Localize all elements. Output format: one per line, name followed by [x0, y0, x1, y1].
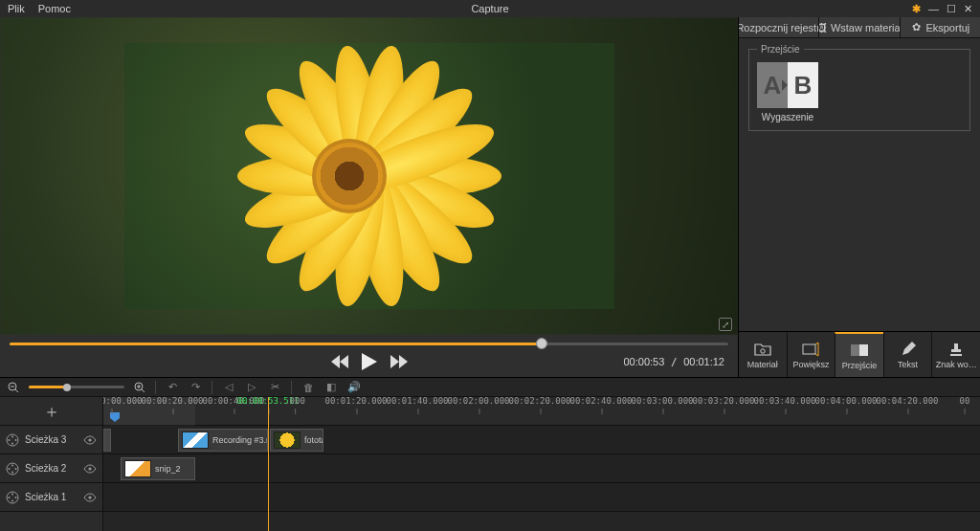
zoom-in-button[interactable]	[134, 382, 145, 393]
svg-point-0	[761, 348, 765, 352]
tool-tabs: Materiał Powiększ Przejście	[739, 331, 980, 377]
track-head-1[interactable]: Ścieżka 1	[0, 483, 102, 512]
window-title: Capture	[471, 3, 508, 14]
visibility-toggle[interactable]	[83, 462, 97, 476]
export-icon: ✿	[910, 22, 922, 33]
track-head-2[interactable]: Ścieżka 2	[0, 454, 102, 483]
playbar: 00:00:53 / 00:01:12	[0, 335, 738, 377]
settings-icon[interactable]: ✱	[912, 3, 921, 15]
svg-rect-1	[803, 344, 815, 354]
close-icon[interactable]: ✕	[964, 3, 972, 15]
svg-rect-3	[859, 344, 868, 356]
delete-button[interactable]: 🗑	[301, 382, 315, 393]
selection-band	[103, 397, 195, 426]
svg-point-13	[15, 439, 17, 441]
clip-thumb	[124, 460, 151, 477]
reel-icon	[6, 491, 19, 504]
track-row-3[interactable]: Recording #3.r fototap	[103, 426, 980, 454]
zoom-out-button[interactable]	[8, 382, 19, 393]
clip-fototap[interactable]: fototap	[270, 429, 323, 452]
tab-zoom[interactable]: Powiększ	[787, 332, 835, 377]
transitions-panel: Przejście A B Wygaszenie	[748, 44, 970, 131]
track-row-1[interactable]	[103, 483, 980, 512]
track-row-2[interactable]: snip_2	[103, 454, 980, 483]
svg-point-15	[9, 439, 11, 441]
time-display: 00:00:53 / 00:01:12	[623, 357, 724, 367]
svg-point-22	[88, 467, 91, 470]
cut-button[interactable]: ✂	[268, 381, 281, 393]
transition-thumb: A B	[757, 62, 818, 108]
clip-thumb	[274, 431, 301, 449]
tab-transition[interactable]: Przejście	[835, 332, 883, 377]
transition-icon	[851, 342, 868, 359]
svg-rect-2	[851, 344, 859, 356]
transition-label: Wygaszenie	[757, 112, 818, 122]
svg-line-6	[15, 389, 18, 392]
preview-viewport	[0, 17, 738, 335]
flower-center	[312, 139, 387, 213]
clip-recording[interactable]: Recording #3.r	[178, 429, 268, 452]
add-track-button[interactable]: ＋	[0, 397, 102, 426]
mark-out-button[interactable]: ▷	[245, 381, 258, 393]
ruler-tick: 00:02:00.000	[447, 397, 509, 406]
step-back-button[interactable]	[331, 355, 348, 368]
svg-point-27	[9, 497, 11, 498]
transition-item[interactable]: A B Wygaszenie	[757, 62, 818, 122]
preview-column: 00:00:53 / 00:01:12	[0, 17, 739, 377]
svg-point-21	[9, 468, 11, 470]
zoom-icon	[802, 341, 819, 358]
folder-camera-icon	[754, 341, 771, 358]
tab-text[interactable]: Tekst	[883, 332, 932, 377]
visibility-toggle[interactable]	[83, 433, 97, 447]
ruler-tick: 00:03:00.000	[631, 397, 693, 406]
svg-point-16	[88, 438, 91, 441]
visibility-toggle[interactable]	[83, 491, 97, 504]
fullscreen-icon[interactable]	[719, 318, 732, 331]
ruler-tick: 00:02:40.000	[569, 397, 632, 406]
menu-help[interactable]: Pomoc	[38, 3, 71, 14]
minimize-icon[interactable]: —	[928, 3, 939, 14]
timeline: ↶ ↷ ◁ ▷ ✂ 🗑 ◧ 🔊 ＋ Ścieżka 3	[0, 377, 980, 531]
svg-line-10	[142, 389, 145, 392]
reel-icon	[6, 462, 19, 476]
seek-bar[interactable]	[10, 339, 728, 348]
ruler-tick: .000	[284, 397, 305, 406]
ruler-tick: 00:03:40.000	[753, 397, 815, 406]
play-button[interactable]	[362, 353, 377, 370]
stamp-icon	[947, 341, 965, 358]
step-forward-button[interactable]	[390, 355, 408, 368]
maximize-icon[interactable]: ☐	[947, 3, 956, 15]
ruler-tick: 00:04:00.000	[814, 397, 877, 406]
svg-point-12	[11, 435, 13, 437]
mark-in-button[interactable]: ◁	[222, 381, 235, 393]
ruler-tick: 00	[960, 397, 970, 406]
svg-point-14	[11, 442, 13, 444]
side-panel: 🎥 Rozpocznij rejestro… 🖼 Wstaw materiał …	[739, 17, 980, 377]
menu-file[interactable]: Plik	[8, 3, 25, 14]
transitions-legend: Przejście	[757, 44, 804, 55]
pencil-icon	[900, 341, 917, 358]
clip-spacer[interactable]	[103, 429, 111, 452]
timeline-toolbar: ↶ ↷ ◁ ▷ ✂ 🗑 ◧ 🔊	[0, 378, 980, 397]
record-button[interactable]: 🎥 Rozpocznij rejestro…	[739, 17, 818, 37]
timeline-canvas[interactable]: 00:00:00.00000:00:20.00000:00:40.00000:0…	[103, 397, 980, 531]
ruler-tick: 00:01:40.000	[386, 397, 448, 406]
export-button[interactable]: ✿ Eksportuj	[900, 17, 980, 37]
volume-button[interactable]: 🔊	[347, 381, 361, 393]
reel-icon	[6, 433, 19, 447]
track-head-3[interactable]: Ścieżka 3	[0, 426, 102, 454]
svg-point-20	[11, 471, 13, 473]
tab-material[interactable]: Materiał	[739, 332, 787, 377]
undo-button[interactable]: ↶	[166, 381, 179, 393]
timeline-ruler[interactable]: 00:00:00.00000:00:20.00000:00:40.00000:0…	[103, 397, 980, 426]
crop-button[interactable]: ◧	[324, 381, 338, 393]
redo-button[interactable]: ↷	[189, 381, 202, 393]
preview-frame[interactable]	[124, 43, 614, 309]
insert-media-button[interactable]: 🖼 Wstaw materiał	[818, 17, 899, 37]
ruler-tick: 00:01:20.000	[324, 397, 387, 406]
clip-snip[interactable]: snip_2	[121, 457, 195, 480]
zoom-slider[interactable]	[29, 386, 124, 388]
svg-point-28	[88, 496, 91, 498]
tab-watermark[interactable]: Znak wo…	[931, 332, 980, 377]
track-headers: ＋ Ścieżka 3 Ścieżka 2	[0, 397, 103, 531]
